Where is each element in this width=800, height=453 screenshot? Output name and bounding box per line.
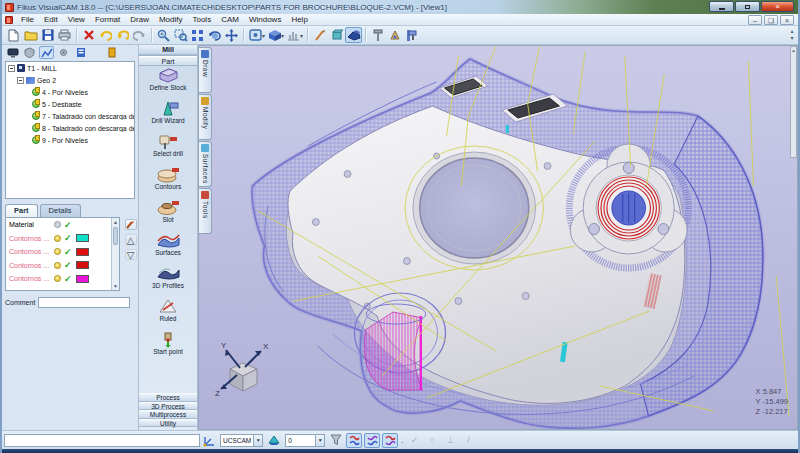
open-icon[interactable] [22,27,39,43]
tab-details[interactable]: Details [40,204,81,217]
zoom-fit-icon[interactable] [189,27,206,43]
tree-item[interactable]: 8 - Taladrado con descarga de [6,122,134,134]
command-input[interactable] [4,434,200,447]
color-swatch[interactable] [76,261,89,269]
tab-draw[interactable]: Draw [199,47,212,93]
save-icon[interactable] [39,27,56,43]
section-process[interactable]: Process [139,393,197,402]
check-icon[interactable]: ✓ [64,274,72,284]
start-point-button[interactable]: Start point [139,330,197,363]
layer-prism-icon[interactable] [266,433,282,448]
collapse-icon[interactable] [8,65,15,72]
check-icon[interactable]: ✓ [64,247,72,257]
snap-line-icon[interactable]: / [460,433,476,448]
visibility-bulb-icon[interactable] [54,221,61,228]
chevron-down-icon[interactable]: ▼ [253,435,262,446]
maximize-button[interactable] [735,1,760,12]
solid-icon[interactable] [328,27,345,43]
tool-hand-icon[interactable] [386,27,403,43]
layer-row[interactable]: Contornos ... ✓ [6,272,119,286]
visibility-bulb-icon[interactable] [54,248,61,255]
orbit-icon[interactable] [206,27,223,43]
tree-item[interactable]: 7 - Taladrado con descarga de [6,110,134,122]
mill-section-part[interactable]: Part [139,55,197,66]
collapse-icon[interactable] [17,77,24,84]
chevron-down-icon[interactable]: ▼ [315,435,324,446]
snap-mode-3-icon[interactable] [382,433,398,448]
visibility-bulb-icon[interactable] [54,235,61,242]
tree-group-row[interactable]: Geo 2 [6,74,134,86]
cam-icon[interactable] [345,27,362,43]
menu-windows[interactable]: Windows [244,14,286,26]
menu-draw[interactable]: Draw [125,14,154,26]
operations-tree[interactable]: T1 - MILL Geo 2 4 - Por Niveles 5 - Desb… [5,61,135,199]
contours-button[interactable]: Contours [139,165,197,198]
tab-modify[interactable]: Modify [199,94,212,140]
tree-item[interactable]: 9 - Por Niveles [6,134,134,146]
snap-mode-2-icon[interactable] [364,433,380,448]
menu-modify[interactable]: Modify [154,14,188,26]
layer-row[interactable]: Contornos ... ✓ [6,259,119,273]
mdi-minimize-button[interactable]: – [748,15,762,25]
edit-layer-icon[interactable] [125,219,137,230]
check-icon[interactable]: ✓ [64,220,72,230]
snap-mode-1-icon[interactable] [346,433,362,448]
pan-icon[interactable] [223,27,240,43]
toolbar-overflow-icon[interactable]: ▴▾ [788,28,796,42]
print-icon[interactable] [56,27,73,43]
layer-row[interactable]: Material ✓ [6,218,119,232]
mdi-close-button[interactable]: × [780,15,794,25]
layer-row[interactable]: Contornos ... ✓ [6,245,119,259]
menu-view[interactable]: View [63,14,90,26]
section-multiprocess[interactable]: Multiprocess [139,410,197,419]
pin-icon[interactable] [104,46,119,59]
settings-gear-icon[interactable] [56,46,71,59]
color-swatch[interactable] [76,248,89,256]
new-icon[interactable] [5,27,22,43]
menu-format[interactable]: Format [90,14,125,26]
ruled-button[interactable]: Ruled [139,297,197,330]
select-drill-button[interactable]: Select drill [139,132,197,165]
mill-tool-icon[interactable] [369,27,386,43]
section-utility[interactable]: Utility [139,419,197,428]
viewport-scrollbar[interactable]: ▴ [790,46,797,158]
zoom-in-icon[interactable] [155,27,172,43]
move-up-icon[interactable]: ▵ [125,234,137,245]
color-swatch[interactable] [76,275,89,283]
color-swatch[interactable] [76,234,89,242]
snap-circle-icon[interactable]: ○ [424,433,440,448]
surfaces-button[interactable]: Surfaces [139,231,197,264]
comment-input[interactable] [38,297,130,308]
redo-icon[interactable] [131,27,148,43]
measure-icon[interactable] [311,27,328,43]
layers-scrollbar[interactable]: ▲ ▼ [111,218,119,290]
minimize-button[interactable] [709,1,734,12]
visibility-bulb-icon[interactable] [54,275,61,282]
layers-list[interactable]: Material ✓ Contornos ... ✓ Contornos ...… [5,217,120,291]
scroll-thumb[interactable] [113,227,118,245]
title-bar[interactable]: Fikus VisualCAM 18.0 -- (C:\USERS\JOAN.C… [2,0,798,14]
undo-2-icon[interactable] [114,27,131,43]
tree-root-row[interactable]: T1 - MILL [6,62,134,74]
delete-icon[interactable] [80,27,97,43]
check-icon[interactable]: ✓ [64,233,72,243]
3d-profiles-button[interactable]: 3D Profiles [139,264,197,297]
tab-tools[interactable]: Tools [199,188,212,234]
shade-mode-caret-icon[interactable]: ▾ [281,32,284,39]
cad-model-scene[interactable] [199,46,797,429]
close-button[interactable]: × [761,1,794,12]
move-down-icon[interactable]: ▿ [125,249,137,260]
ucs-axis-icon[interactable] [201,433,217,448]
tree-item[interactable]: 5 - Desbaste [6,98,134,110]
tab-surfaces[interactable]: Surfaces [199,141,212,187]
check-icon[interactable]: ✓ [64,260,72,270]
menu-tools[interactable]: Tools [187,14,216,26]
visibility-bulb-icon[interactable] [54,262,61,269]
section-3d-process[interactable]: 3D Process [139,402,197,411]
undo-icon[interactable] [97,27,114,43]
slot-button[interactable]: Slot [139,198,197,231]
scroll-up-icon[interactable]: ▲ [112,218,119,226]
scroll-down-icon[interactable]: ▼ [112,282,119,290]
drill-wizard-button[interactable]: Drill Wizard [139,99,197,132]
report-icon[interactable] [73,46,88,59]
